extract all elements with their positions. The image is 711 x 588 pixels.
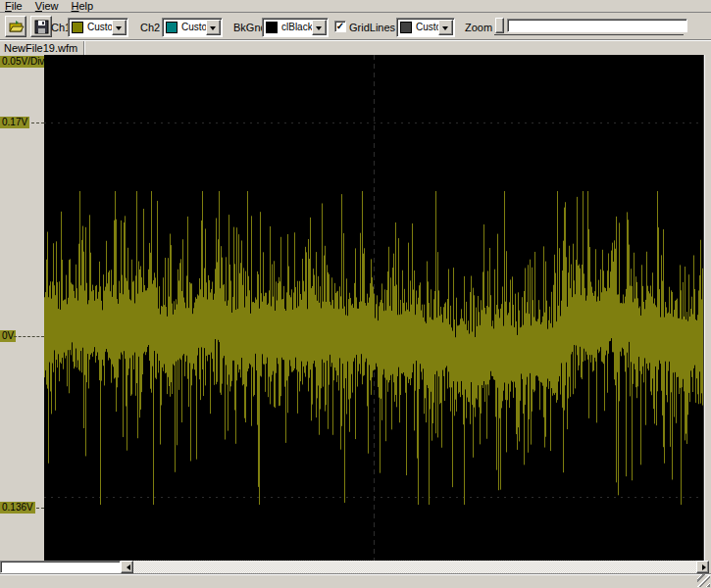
menu-file[interactable]: File <box>0 0 27 13</box>
gridlines-label: GridLines <box>349 22 395 33</box>
max-voltage-label: 0.17V <box>0 117 29 128</box>
horizontal-scrollbar <box>0 561 711 573</box>
bkgnd-color-swatch <box>266 22 278 33</box>
wfm-viewer-window: File View Help C <box>0 0 711 588</box>
bkgnd-color-combo[interactable]: clBlack <box>262 18 329 37</box>
open-file-button[interactable] <box>5 16 26 37</box>
zoom-label: Zoom <box>465 22 492 33</box>
scale-label: 0.05V/Div <box>0 56 44 68</box>
ch2-color-combo[interactable]: Custom... <box>162 18 223 37</box>
right-edge-strip <box>703 55 711 561</box>
ch2-combo-dropdown-button[interactable] <box>206 20 221 35</box>
waveform-area: 0.05V/Div 0.17V 0V 0.136V <box>0 55 711 561</box>
gridlines-combo-dropdown-button[interactable] <box>438 20 453 35</box>
min-voltage-dash <box>36 508 44 509</box>
max-voltage-dash <box>31 122 44 123</box>
bkgnd-color-value: clBlack <box>281 22 313 32</box>
ch1-color-combo[interactable]: Custom... <box>68 18 128 37</box>
zoom-slider-shadow <box>494 34 684 35</box>
chevron-down-icon <box>316 26 322 33</box>
ch2-color-swatch <box>166 22 178 33</box>
ch2-label: Ch2 <box>140 22 160 33</box>
ch1-combo-dropdown-button[interactable] <box>112 20 127 35</box>
status-bar <box>0 573 711 588</box>
gridlines-color-value: Custom... <box>416 22 439 32</box>
menu-help[interactable]: Help <box>67 0 99 13</box>
hscroll-track[interactable] <box>133 561 696 573</box>
bkgnd-combo-dropdown-button[interactable] <box>312 20 327 35</box>
arrow-right-icon <box>702 564 709 570</box>
zoom-slider-track[interactable] <box>507 19 687 32</box>
menu-view[interactable]: View <box>30 0 64 13</box>
min-voltage-label: 0.136V <box>0 502 35 514</box>
ch1-color-value: Custom... <box>87 22 113 32</box>
waveform-canvas <box>44 55 703 561</box>
zero-voltage-dash <box>14 336 44 337</box>
zoom-slider-thumb[interactable] <box>495 18 504 33</box>
zoom-slider[interactable] <box>494 18 690 39</box>
chevron-down-icon <box>116 26 122 33</box>
tab-newfile19[interactable]: NewFile19.wfm <box>0 41 84 55</box>
gridlines-color-combo[interactable]: Custom... <box>396 18 455 37</box>
scroll-right-button[interactable] <box>696 561 709 573</box>
tab-bar: NewFile19.wfm <box>0 41 711 55</box>
chevron-down-icon <box>442 26 448 33</box>
ch1-color-swatch <box>72 22 83 33</box>
hscroll-thumb[interactable] <box>0 561 121 573</box>
toolbar: Ch1 Custom... Ch2 Custom... BkGnd clBlac… <box>0 14 711 40</box>
resize-grip-icon[interactable] <box>697 574 710 587</box>
plot-area <box>44 55 703 561</box>
menu-bar: File View Help <box>0 0 711 13</box>
chevron-down-icon <box>210 26 216 33</box>
arrow-left-icon <box>124 564 130 570</box>
gridlines-checkbox[interactable]: ✓ <box>334 21 346 32</box>
save-button[interactable] <box>30 16 52 37</box>
ch2-color-value: Custom... <box>181 22 207 32</box>
scroll-left-button[interactable] <box>121 561 133 573</box>
gridlines-color-swatch <box>400 22 412 33</box>
